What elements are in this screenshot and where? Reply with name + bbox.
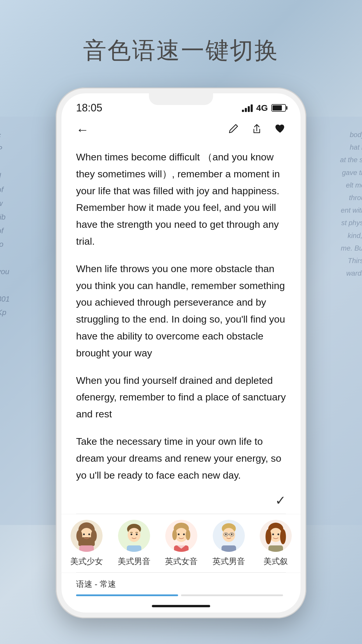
voice-avatar-uk-boy	[213, 520, 245, 552]
voice-label-us-woman: 美式叙	[263, 556, 288, 567]
voice-uk-boy[interactable]: 英式男音	[212, 520, 245, 567]
paragraph-2: When life throws you one more obstacle t…	[76, 260, 286, 362]
content-area: When times become difficult （and you kno…	[61, 143, 301, 490]
voice-us-boy[interactable]: 美式男音	[118, 520, 150, 567]
voice-avatar-uk-girl	[165, 520, 197, 552]
voice-label-us-boy: 美式男音	[118, 556, 150, 567]
share-button[interactable]	[251, 123, 263, 137]
svg-point-25	[222, 528, 235, 542]
status-icons: 4G	[242, 103, 286, 113]
nav-bar: ←	[61, 117, 301, 143]
voice-us-woman[interactable]: 美式叙	[260, 520, 292, 567]
svg-point-18	[172, 530, 177, 540]
svg-point-36	[272, 533, 274, 535]
svg-point-34	[266, 529, 271, 544]
favorite-button[interactable]	[274, 123, 286, 137]
speed-tab-1[interactable]	[76, 594, 178, 596]
svg-point-12	[131, 533, 132, 535]
svg-point-37	[277, 533, 279, 535]
edit-button[interactable]	[228, 123, 239, 137]
svg-point-11	[128, 528, 140, 542]
checkmark-icon[interactable]: ✓	[275, 493, 286, 508]
voice-selector: 美式少女	[61, 514, 301, 572]
speed-tabs[interactable]	[76, 594, 286, 596]
svg-point-35	[280, 529, 286, 544]
paragraph-1: When times become difficult （and you kno…	[76, 149, 286, 250]
phone-notch	[149, 93, 213, 105]
checkmark-area: ✓	[61, 490, 301, 514]
phone-screen: 18:05 4G ←	[61, 93, 301, 612]
speed-tab-2[interactable]	[181, 594, 283, 596]
battery-fill	[273, 105, 282, 111]
speed-selector: 语速 - 常速	[61, 573, 301, 602]
voice-label-uk-girl: 英式女音	[165, 556, 198, 567]
voice-label-us-girl: 美式少女	[70, 556, 103, 567]
page-title: 音色语速一键切换	[0, 35, 362, 66]
signal-bars-icon	[242, 104, 253, 112]
svg-rect-8	[79, 545, 94, 552]
voice-us-girl[interactable]: 美式少女	[70, 520, 103, 567]
svg-point-19	[186, 530, 190, 540]
voice-avatar-us-woman	[260, 520, 292, 552]
speed-label: 语速 - 常速	[76, 579, 286, 590]
network-label: 4G	[256, 103, 268, 113]
svg-point-29	[231, 533, 232, 535]
svg-point-28	[225, 533, 226, 535]
svg-point-7	[88, 533, 90, 535]
paragraph-4: Take the necessary time in your own life…	[76, 433, 286, 484]
svg-rect-38	[268, 545, 283, 552]
status-time: 18:05	[76, 102, 102, 114]
voice-uk-girl[interactable]: 英式女音	[165, 520, 198, 567]
voice-label-uk-boy: 英式男音	[212, 556, 245, 567]
svg-rect-30	[222, 545, 236, 552]
paragraph-3: When you find yourself drained and deple…	[76, 372, 286, 423]
svg-point-6	[83, 533, 85, 535]
battery-icon	[271, 104, 286, 112]
phone-mockup: 18:05 4G ←	[56, 88, 306, 618]
home-indicator	[152, 605, 210, 607]
svg-point-13	[136, 533, 138, 535]
svg-rect-14	[127, 545, 141, 552]
voice-avatar-us-boy	[118, 520, 150, 552]
back-button[interactable]: ←	[76, 123, 89, 137]
voice-avatar-us-girl	[71, 520, 103, 552]
svg-point-21	[183, 533, 185, 535]
svg-point-20	[178, 533, 180, 535]
nav-right-icons	[228, 123, 286, 137]
